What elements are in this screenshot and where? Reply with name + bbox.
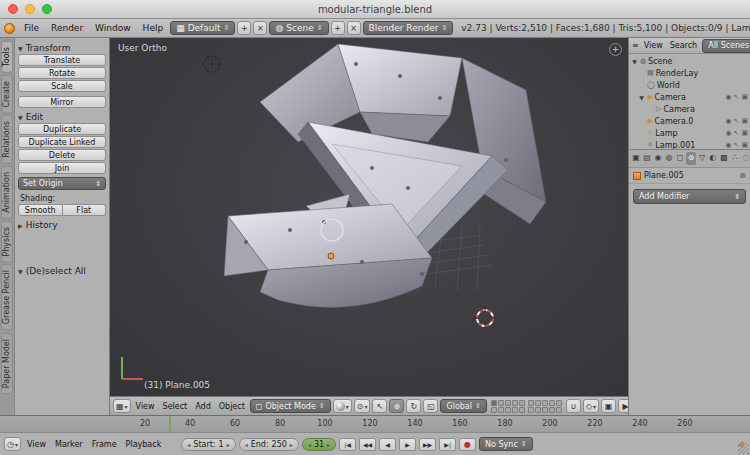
- manipulator-translate-toggle[interactable]: ⊕: [389, 399, 404, 413]
- next-keyframe-button[interactable]: ▶▶: [419, 438, 436, 451]
- render-restrict-icon[interactable]: ▣: [741, 141, 748, 149]
- outliner-menu-search[interactable]: Search: [668, 40, 699, 51]
- shade-flat-button[interactable]: Flat: [63, 204, 107, 216]
- properties-tab-world[interactable]: ◍: [664, 152, 674, 165]
- outliner-row-renderlayer[interactable]: ▤ RenderLay: [631, 67, 748, 79]
- properties-region-toggle[interactable]: +: [609, 43, 622, 56]
- viewport-3d[interactable]: User Ortho (31) Plane.005 +: [110, 38, 628, 396]
- layer-cell[interactable]: [549, 400, 555, 406]
- current-frame-indicator[interactable]: [169, 416, 171, 432]
- mode-dropdown[interactable]: ◻ Object Mode ⇕: [250, 399, 331, 413]
- properties-tab-texture[interactable]: ▩: [719, 152, 729, 165]
- decrement-icon[interactable]: ◂: [187, 441, 190, 448]
- menu-render[interactable]: Render: [46, 21, 88, 35]
- selectability-pointer-icon[interactable]: ↖: [734, 93, 740, 101]
- render-restrict-icon[interactable]: ▣: [741, 93, 748, 101]
- render-restrict-icon[interactable]: ▣: [741, 129, 748, 137]
- layer-cell[interactable]: [519, 400, 525, 406]
- layer-cell[interactable]: [498, 400, 504, 406]
- previous-keyframe-button[interactable]: ◀◀: [359, 438, 376, 451]
- opengl-render-anim-button[interactable]: ▶: [618, 399, 628, 413]
- resize-grip[interactable]: [738, 443, 749, 454]
- minimize-window-button[interactable]: [25, 4, 35, 14]
- expand-icon[interactable]: ▼: [638, 94, 645, 101]
- properties-tab-material[interactable]: ◐: [708, 152, 718, 165]
- zoom-window-button[interactable]: [42, 4, 52, 14]
- set-origin-dropdown[interactable]: Set Origin ⇕: [18, 177, 106, 190]
- tab-tools[interactable]: Tools: [1, 41, 13, 73]
- tl-menu-marker[interactable]: Marker: [52, 438, 86, 451]
- properties-tab-object[interactable]: ◻: [675, 152, 685, 165]
- duplicate-linked-button[interactable]: Duplicate Linked: [18, 136, 106, 148]
- outliner-row-lamp[interactable]: ☼ Lamp ◉ ↖ ▣: [631, 127, 748, 139]
- scene-dropdown[interactable]: ◍ Scene ⇕: [269, 21, 328, 35]
- rotate-button[interactable]: Rotate: [18, 67, 106, 79]
- snap-magnet-toggle[interactable]: ∪: [566, 399, 581, 413]
- outliner-row-world[interactable]: ◯ World: [631, 79, 748, 91]
- scale-button[interactable]: Scale: [18, 80, 106, 92]
- auto-keyframe-record-button[interactable]: ●: [459, 438, 476, 451]
- orientation-dropdown[interactable]: Global ⇕: [440, 399, 486, 413]
- layer-cell[interactable]: [519, 407, 525, 413]
- render-engine-dropdown[interactable]: Blender Render ⇕: [363, 21, 454, 35]
- delete-button[interactable]: Delete: [18, 149, 106, 161]
- selectability-pointer-icon[interactable]: ↖: [734, 129, 740, 137]
- tl-menu-playback[interactable]: Playback: [123, 438, 165, 451]
- screen-layout-dropdown[interactable]: ▦ Default ⇕: [170, 21, 235, 35]
- layer-cell[interactable]: [498, 407, 504, 413]
- layer-cell[interactable]: [535, 400, 541, 406]
- layer-cell[interactable]: [512, 400, 518, 406]
- layer-cell[interactable]: [528, 400, 534, 406]
- tab-create[interactable]: Create: [1, 75, 13, 114]
- increment-icon[interactable]: ▸: [327, 441, 330, 448]
- properties-tab-modifiers[interactable]: ⊛: [686, 152, 696, 165]
- manipulator-pointer-toggle[interactable]: ↖: [372, 399, 387, 413]
- end-frame-field[interactable]: ◂ End: 250 ▸: [239, 438, 299, 451]
- render-restrict-icon[interactable]: ▣: [741, 117, 748, 125]
- delete-scene-button[interactable]: ×: [347, 21, 361, 35]
- opengl-render-button[interactable]: ▣: [601, 399, 616, 413]
- blender-logo-icon[interactable]: [4, 23, 15, 34]
- decrement-icon[interactable]: ◂: [308, 441, 311, 448]
- panel-header-edit[interactable]: ▼ Edit: [18, 111, 106, 123]
- tl-menu-view[interactable]: View: [24, 438, 49, 451]
- close-window-button[interactable]: [8, 4, 18, 14]
- menu-file[interactable]: File: [19, 21, 44, 35]
- increment-icon[interactable]: ▸: [227, 441, 230, 448]
- expand-icon[interactable]: ▼: [631, 58, 638, 65]
- properties-tab-render-layers[interactable]: ▤: [642, 152, 652, 165]
- outliner-scope-dropdown[interactable]: All Scenes ⇕: [702, 39, 750, 53]
- shading-dropdown[interactable]: ▾: [333, 399, 352, 413]
- menu-window[interactable]: Window: [90, 21, 136, 35]
- vp-menu-add[interactable]: Add: [192, 400, 214, 413]
- panel-header-history[interactable]: ▶ History: [18, 219, 106, 231]
- manipulator-rotate-toggle[interactable]: ↻: [406, 399, 421, 413]
- translate-button[interactable]: Translate: [18, 54, 106, 66]
- visibility-eye-icon[interactable]: ◉: [725, 93, 731, 101]
- delete-screen-button[interactable]: ×: [253, 21, 267, 35]
- properties-tab-physics[interactable]: ◌: [741, 152, 750, 165]
- join-button[interactable]: Join: [18, 162, 106, 174]
- outliner-editor-icon[interactable]: ≡: [632, 41, 639, 50]
- layer-cell[interactable]: [542, 407, 548, 413]
- pivot-dropdown[interactable]: ⊙ ▾: [354, 399, 371, 413]
- manipulator-scale-toggle[interactable]: ◱: [423, 399, 438, 413]
- properties-tab-data[interactable]: ▽: [697, 152, 707, 165]
- mirror-button[interactable]: Mirror: [18, 96, 106, 108]
- outliner-row-camera[interactable]: ▼ ◆ Camera ◉ ↖ ▣: [631, 91, 748, 103]
- play-button[interactable]: ▶: [399, 438, 416, 451]
- sync-dropdown[interactable]: No Sync ⇕: [479, 437, 533, 451]
- timeline-ruler[interactable]: 20 40 60 80 100 120 140 160 180 200 220 …: [0, 416, 750, 433]
- operator-redo-panel-header[interactable]: ▼ (De)select All: [18, 265, 106, 277]
- timeline-editor-dropdown[interactable]: ◷ ▾: [4, 437, 21, 451]
- layer-cell[interactable]: [512, 407, 518, 413]
- vp-menu-object[interactable]: Object: [216, 400, 248, 413]
- layer-cell[interactable]: [542, 400, 548, 406]
- layer-cell[interactable]: [535, 407, 541, 413]
- outliner-menu-view[interactable]: View: [642, 40, 665, 51]
- play-reverse-button[interactable]: ◀: [379, 438, 396, 451]
- properties-tab-scene[interactable]: ◉: [653, 152, 663, 165]
- layer-cell[interactable]: [491, 407, 497, 413]
- tab-physics[interactable]: Physics: [1, 221, 13, 263]
- tab-relations[interactable]: Relations: [1, 115, 13, 164]
